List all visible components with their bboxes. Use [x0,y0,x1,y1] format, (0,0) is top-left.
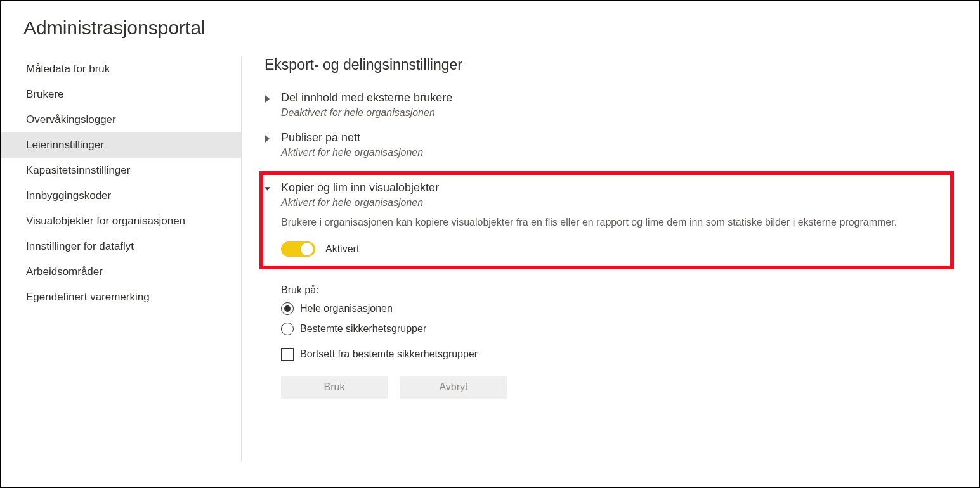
setting-status: Deaktivert for hele organisasjonen [281,107,452,119]
radio-icon [281,323,294,335]
setting-status: Aktivert for hele organisasjonen [281,147,423,158]
apply-button[interactable]: Bruk [281,376,388,399]
sidebar-item-capacity-settings[interactable]: Kapasitetsinnstillinger [1,158,241,183]
radio-icon [281,302,294,315]
setting-title[interactable]: Del innhold med eksterne brukere [281,91,452,105]
caret-right-icon[interactable] [265,95,273,103]
caret-down-icon[interactable] [265,185,273,193]
toggle-label: Aktivert [325,243,359,255]
setting-share-external: Del innhold med eksterne brukere Deaktiv… [265,91,954,119]
setting-status: Aktivert for hele organisasjonen [281,197,943,209]
cancel-button[interactable]: Avbryt [400,376,507,399]
highlighted-setting: Kopier og lim inn visualobjekter Aktiver… [259,171,954,269]
caret-right-icon[interactable] [265,135,273,143]
sidebar-item-workspaces[interactable]: Arbeidsområder [1,259,241,285]
setting-description: Brukere i organisasjonen kan kopiere vis… [281,215,928,230]
sidebar-item-audit-logs[interactable]: Overvåkingslogger [1,107,241,132]
radio-specific-groups[interactable]: Bestemte sikkerhetsgrupper [281,323,954,335]
section-title: Eksport- og delingsinnstillinger [265,56,954,74]
sidebar-item-tenant-settings[interactable]: Leierinnstillinger [1,132,241,158]
sidebar-item-dataflow-settings[interactable]: Innstillinger for dataflyt [1,234,241,259]
sidebar-nav: Måledata for bruk Brukere Overvåkingslog… [1,56,242,462]
setting-publish-web: Publiser på nett Aktivert for hele organ… [265,131,954,158]
sidebar-item-org-visuals[interactable]: Visualobjekter for organisasjonen [1,209,241,234]
page-title: Administrasjonsportal [1,1,979,39]
enable-toggle[interactable] [281,241,315,257]
sidebar-item-custom-branding[interactable]: Egendefinert varemerking [1,285,241,310]
sidebar-item-usage-metrics[interactable]: Måledata for bruk [1,56,241,82]
apply-to-label: Bruk på: [281,285,954,296]
radio-whole-org[interactable]: Hele organisasjonen [281,302,954,315]
sidebar-item-embed-codes[interactable]: Innbyggingskoder [1,183,241,209]
checkbox-label: Bortsett fra bestemte sikkerhetsgrupper [300,349,478,360]
sidebar-item-users[interactable]: Brukere [1,82,241,107]
setting-title[interactable]: Publiser på nett [281,131,423,144]
content-panel: Eksport- og delingsinnstillinger Del inn… [242,56,979,462]
checkbox-icon [281,348,294,361]
setting-title[interactable]: Kopier og lim inn visualobjekter [281,181,943,195]
radio-label: Bestemte sikkerhetsgrupper [300,323,426,335]
checkbox-except-groups[interactable]: Bortsett fra bestemte sikkerhetsgrupper [281,348,954,361]
radio-label: Hele organisasjonen [300,303,393,314]
